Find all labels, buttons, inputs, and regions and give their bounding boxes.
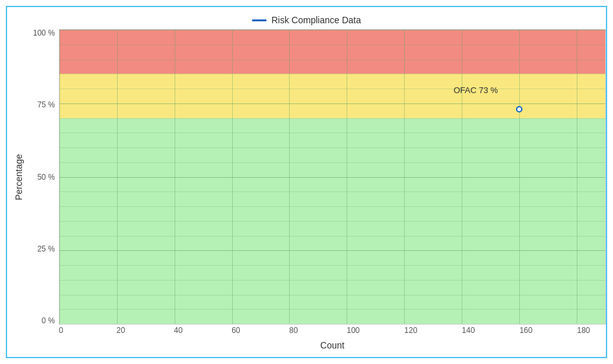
plot-with-yticks: 100 %75 %50 %25 %0 % OFAC 73 % [30,29,606,325]
grid-h-minor [59,147,605,148]
grid-h-minor [59,74,605,74]
grid-h-minor [59,250,605,251]
x-ticks: 020406080100120140160180 [59,325,606,337]
grid-h-minor [59,59,605,60]
ofac-data-label: OFAC 73 % [453,85,498,95]
grid-h-minor [59,89,605,89]
grid-h-minor [59,45,605,45]
zone-red [59,30,605,74]
grid-h-minor [59,280,605,281]
x-ticks-container: 020406080100120140160180 [59,325,606,337]
y-tick-label: 100 % [33,29,55,37]
grid-v [175,30,175,324]
grid-h-minor [59,30,605,30]
chart-plot-area: 100 %75 %50 %25 %0 % OFAC 73 % 020406080… [30,29,606,350]
y-tick-label: 25 % [38,245,55,253]
grid-h-minor [59,103,605,104]
grid-h-minor [59,206,605,207]
grid-h-minor [59,118,605,119]
grid-v [232,30,233,324]
grid-h-minor [59,162,605,163]
chart-legend: Risk Compliance Data [252,15,361,25]
grid-h-minor [59,133,605,133]
grid-h-minor [59,221,605,222]
y-tick-label: 0 % [41,317,55,325]
grid-h-minor [59,177,605,178]
legend-line-icon [252,19,266,21]
grid-v [289,30,290,324]
grid-v [117,30,118,324]
grid-h-minor [59,309,605,310]
grid-v [404,30,405,324]
ofac-data-point [516,106,522,112]
grid-h-minor [59,236,605,237]
y-ticks: 100 %75 %50 %25 %0 % [30,29,59,325]
chart-title: Risk Compliance Data [272,15,361,25]
grid-h-minor [59,295,605,295]
x-axis-label: Count [30,337,606,350]
chart-inner: Percentage 100 %75 %50 %25 %0 % OFAC 73 … [7,29,606,357]
plot-canvas: OFAC 73 % [59,29,606,325]
y-axis-label: Percentage [7,29,30,350]
y-tick-label: 75 % [38,101,55,109]
grid-v [577,30,577,324]
grid-h-minor [59,265,605,266]
grid-v [347,30,347,324]
y-tick-label: 50 % [38,173,55,181]
grid-v [59,30,60,324]
grid-v [462,30,462,324]
y-axis-text: Percentage [14,154,24,200]
zone-yellow [59,74,605,118]
grid-h-minor [59,191,605,192]
grid-v [519,30,520,324]
chart-container: Risk Compliance Data Percentage 100 %75 … [6,6,607,358]
